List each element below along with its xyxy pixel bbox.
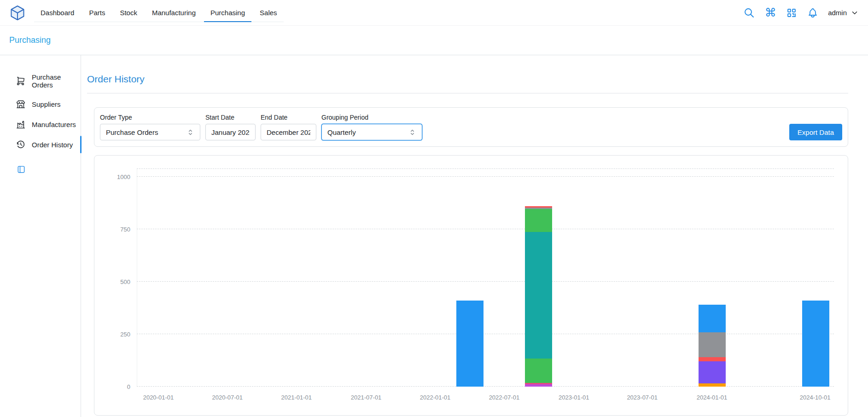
export-data-button[interactable]: Export Data [789,124,842,140]
y-axis-tick-label: 250 [120,331,130,338]
sidebar-item-label: Suppliers [32,100,61,108]
gridline [137,168,834,169]
bar-segment[interactable] [456,301,484,387]
bar-segment[interactable] [525,209,552,232]
notification-bell-icon[interactable] [807,7,819,19]
factory-icon [16,119,26,129]
gridline [137,386,834,387]
stacked-bar-2024-01-01[interactable] [699,305,726,387]
order-type-select[interactable]: Purchase Orders [100,124,200,140]
grouping-period-value: Quarterly [327,128,356,136]
sidebar-item-suppliers[interactable]: Suppliers [0,94,81,114]
end-date-input[interactable] [261,124,316,140]
start-date-label: Start Date [205,114,256,121]
sidebar-item-manufacturers[interactable]: Manufacturers [0,114,81,134]
bar-segment[interactable] [699,305,726,332]
x-axis-tick-label: 2021-01-01 [281,394,312,401]
sidebar: Purchase Orders Suppliers [0,55,81,417]
y-axis-line [137,168,137,387]
sidebar-item-label: Manufacturers [32,121,76,128]
stacked-bar-2022-04-01[interactable] [456,301,484,387]
breadcrumb: Purchasing [0,26,868,55]
y-axis-tick-label: 500 [120,278,130,285]
y-axis-tick-label: 0 [127,383,130,390]
x-axis-tick-label: 2024-01-01 [697,394,728,401]
x-axis-tick-label: 2024-10-01 [800,394,831,401]
tab-parts[interactable]: Parts [82,4,111,22]
gridline [137,334,834,334]
main-nav-tabs: Dashboard Parts Stock Manufacturing Purc… [34,4,284,22]
search-icon[interactable] [743,7,755,19]
content-area: Purchase Orders Suppliers [0,55,868,417]
end-date-field: End Date [261,114,316,140]
x-axis-tick-label: 2023-07-01 [627,394,658,401]
chart-plot: 025050075010002020-01-012020-07-012021-0… [137,168,834,387]
breadcrumb-purchasing-link[interactable]: Purchasing [9,35,51,45]
tab-purchasing[interactable]: Purchasing [204,4,251,22]
start-date-input[interactable] [205,124,256,140]
gridline [137,229,834,229]
tab-dashboard[interactable]: Dashboard [34,4,81,22]
stacked-bar-2024-10-01[interactable] [802,301,829,387]
app-logo-icon[interactable] [9,5,26,21]
page-title: Order History [87,74,848,85]
x-axis-tick-label: 2022-01-01 [420,394,451,401]
main-panel: Order History Order Type Purchase Orders… [81,55,868,417]
tab-manufacturing[interactable]: Manufacturing [146,4,202,22]
x-axis-tick-label: 2020-07-01 [212,394,243,401]
stacked-bar-2022-10-01[interactable] [525,206,552,387]
x-axis-tick-label: 2023-01-01 [559,394,589,401]
shopping-cart-icon [16,76,26,86]
bar-segment[interactable] [699,361,726,383]
title-divider [87,93,848,93]
tab-stock[interactable]: Stock [113,4,144,22]
top-navbar: Dashboard Parts Stock Manufacturing Purc… [0,0,868,26]
bar-segment[interactable] [525,232,552,359]
building-store-icon [16,99,26,109]
y-axis-tick-label: 1000 [117,174,130,180]
grouping-period-label: Grouping Period [321,114,422,121]
tab-sales[interactable]: Sales [253,4,284,22]
bar-segment[interactable] [525,384,552,387]
chevron-down-icon [851,9,859,17]
end-date-label: End Date [261,114,316,121]
sidebar-collapse-icon[interactable] [17,165,26,174]
sidebar-item-order-history[interactable]: Order History [0,134,81,155]
bar-segment[interactable] [699,357,726,361]
bar-segment[interactable] [802,301,829,387]
selector-chevrons-icon [408,128,416,136]
order-type-value: Purchase Orders [106,128,158,136]
start-date-field: Start Date [205,114,256,140]
bar-segment[interactable] [699,332,726,357]
bar-segment[interactable] [525,359,552,382]
x-axis-tick-label: 2021-07-01 [351,394,382,401]
username-label: admin [828,9,847,17]
order-type-label: Order Type [100,114,200,121]
x-axis-tick-label: 2022-07-01 [489,394,520,401]
grouping-period-select[interactable]: Quarterly [321,124,422,140]
order-type-field: Order Type Purchase Orders [100,114,200,140]
gridline [137,281,834,282]
gridline [137,176,834,177]
navbar-actions: ⌘ admin [743,7,859,19]
history-icon [16,139,26,150]
command-palette-icon[interactable]: ⌘ [764,7,776,19]
sidebar-item-label: Purchase Orders [32,73,78,89]
user-menu[interactable]: admin [828,9,859,17]
sidebar-item-purchase-orders[interactable]: Purchase Orders [0,68,81,94]
y-axis-tick-label: 750 [120,226,130,233]
x-axis-tick-label: 2020-01-01 [143,394,174,401]
grouping-period-field: Grouping Period Quarterly [321,114,422,140]
sidebar-item-label: Order History [32,141,73,149]
selector-chevrons-icon [186,128,194,136]
order-history-chart-panel: 025050075010002020-01-012020-07-012021-0… [94,155,848,416]
qr-scan-icon[interactable] [786,7,798,19]
bar-segment[interactable] [699,383,726,387]
filter-panel: Order Type Purchase Orders Start Date En… [94,107,848,147]
